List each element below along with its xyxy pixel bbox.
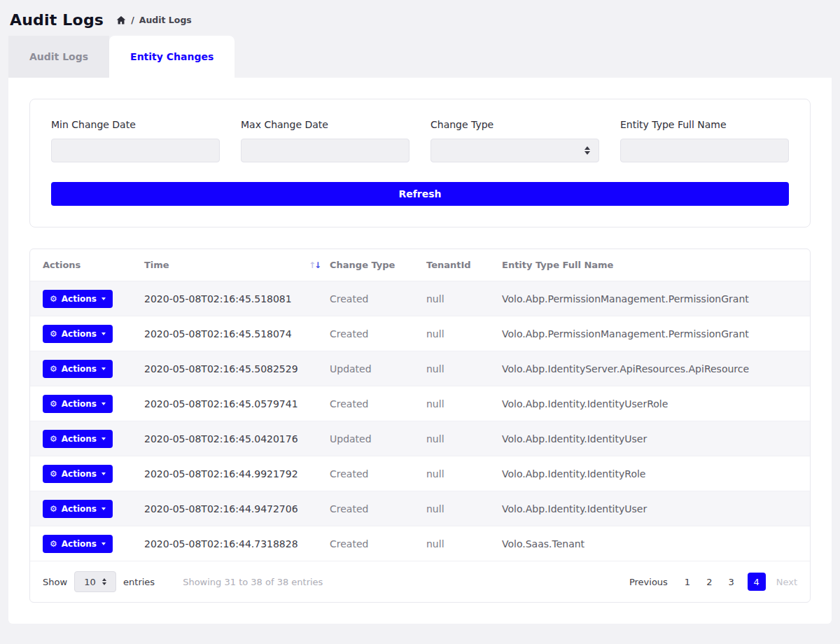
- caret-down-icon: [102, 542, 106, 545]
- cell-change-type: Created: [330, 328, 426, 340]
- row-actions-label: Actions: [62, 434, 97, 444]
- row-actions-label: Actions: [62, 294, 97, 304]
- column-header-time-label: Time: [144, 260, 169, 270]
- pagination-page-4-active[interactable]: 4: [748, 573, 766, 591]
- row-actions-button[interactable]: ⚙Actions: [43, 535, 113, 553]
- cell-change-type: Created: [330, 293, 426, 304]
- sort-icon[interactable]: ↑↓: [309, 260, 320, 270]
- cell-tenant-id: null: [426, 468, 502, 479]
- max-change-date-label: Max Change Date: [241, 119, 410, 130]
- entity-type-full-name-label: Entity Type Full Name: [620, 119, 789, 130]
- caret-down-icon: [102, 368, 106, 370]
- cell-entity-type: Volo.Abp.Identity.IdentityUser: [502, 433, 797, 444]
- pagination: Previous 1 2 3 4 Next: [629, 573, 797, 591]
- max-change-date-input[interactable]: [241, 139, 410, 162]
- caret-down-icon: [102, 507, 106, 510]
- cell-entity-type: Volo.Saas.Tenant: [502, 538, 797, 550]
- caret-down-icon: [102, 298, 106, 300]
- filter-entity-type-full-name: Entity Type Full Name: [620, 119, 789, 162]
- column-header-change-type: Change Type: [330, 260, 426, 270]
- gear-icon: ⚙: [50, 330, 57, 338]
- breadcrumb: / Audit Logs: [116, 15, 192, 25]
- min-change-date-label: Min Change Date: [51, 119, 220, 130]
- refresh-button[interactable]: Refresh: [51, 182, 789, 206]
- tab-audit-logs[interactable]: Audit Logs: [8, 36, 109, 78]
- cell-time: 2020-05-08T02:16:44.7318828: [144, 538, 330, 550]
- cell-change-type: Updated: [330, 363, 426, 374]
- gear-icon: ⚙: [50, 400, 57, 408]
- table-row: ⚙Actions 2020-05-08T02:16:44.9921792 Cre…: [30, 456, 810, 491]
- cell-time: 2020-05-08T02:16:45.0579741: [144, 398, 330, 410]
- min-change-date-input[interactable]: [51, 139, 220, 162]
- cell-tenant-id: null: [426, 293, 502, 304]
- cell-time: 2020-05-08T02:16:45.0420176: [144, 433, 330, 444]
- gear-icon: ⚙: [50, 365, 57, 373]
- cell-time: 2020-05-08T02:16:44.9472706: [144, 503, 330, 514]
- table-row: ⚙Actions 2020-05-08T02:16:44.9472706 Cre…: [30, 491, 810, 526]
- table-row: ⚙Actions 2020-05-08T02:16:45.0579741 Cre…: [30, 386, 810, 421]
- filter-card: Min Change Date Max Change Date Change T…: [29, 99, 811, 227]
- row-actions-button[interactable]: ⚙Actions: [43, 395, 113, 413]
- entries-summary: Showing 31 to 38 of 38 entries: [183, 577, 323, 587]
- show-label: Show: [43, 577, 67, 587]
- content-card: Min Change Date Max Change Date Change T…: [8, 78, 832, 624]
- row-actions-label: Actions: [62, 539, 97, 549]
- cell-time: 2020-05-08T02:16:45.518074: [144, 328, 330, 340]
- caret-down-icon: [102, 332, 106, 335]
- cell-tenant-id: null: [426, 503, 502, 514]
- row-actions-label: Actions: [62, 469, 97, 479]
- row-actions-button[interactable]: ⚙Actions: [43, 360, 113, 378]
- row-actions-label: Actions: [62, 329, 97, 339]
- column-header-tenant-id: TenantId: [426, 260, 502, 270]
- table-row: ⚙Actions 2020-05-08T02:16:45.518074 Crea…: [30, 316, 810, 351]
- breadcrumb-current: Audit Logs: [139, 15, 192, 25]
- table-row: ⚙Actions 2020-05-08T02:16:44.7318828 Cre…: [30, 526, 810, 561]
- pagination-page-3[interactable]: 3: [725, 577, 736, 587]
- row-actions-button[interactable]: ⚙Actions: [43, 290, 113, 308]
- tab-entity-changes[interactable]: Entity Changes: [109, 36, 234, 78]
- page-header: Audit Logs / Audit Logs: [0, 0, 840, 36]
- gear-icon: ⚙: [50, 295, 57, 303]
- column-header-time[interactable]: Time ↑↓: [144, 260, 330, 270]
- filter-change-type: Change Type: [430, 119, 599, 162]
- sort-down-icon: ↓: [314, 260, 320, 270]
- cell-change-type: Created: [330, 398, 426, 410]
- pagination-next[interactable]: Next: [776, 577, 797, 587]
- caret-down-icon: [102, 438, 106, 440]
- sort-up-icon: ↑: [309, 260, 314, 270]
- table-row: ⚙Actions 2020-05-08T02:16:45.5082529 Upd…: [30, 351, 810, 386]
- table-row: ⚙Actions 2020-05-08T02:16:45.0420176 Upd…: [30, 421, 810, 456]
- pagination-page-1[interactable]: 1: [682, 577, 693, 587]
- caret-down-icon: [102, 402, 106, 405]
- cell-change-type: Updated: [330, 433, 426, 444]
- row-actions-button[interactable]: ⚙Actions: [43, 430, 113, 448]
- tab-bar: Audit Logs Entity Changes: [8, 36, 832, 78]
- change-type-select[interactable]: [430, 139, 599, 162]
- select-updown-icon: [584, 146, 590, 155]
- row-actions-label: Actions: [62, 399, 97, 409]
- row-actions-label: Actions: [62, 364, 97, 374]
- row-actions-label: Actions: [62, 504, 97, 514]
- cell-entity-type: Volo.Abp.Identity.IdentityUser: [502, 503, 797, 514]
- select-updown-icon: [102, 578, 106, 585]
- entity-type-full-name-input[interactable]: [620, 139, 789, 162]
- page-size-select[interactable]: 10: [74, 571, 116, 592]
- home-icon[interactable]: [116, 15, 126, 25]
- row-actions-button[interactable]: ⚙Actions: [43, 465, 113, 483]
- cell-tenant-id: null: [426, 538, 502, 550]
- page-size-value: 10: [84, 577, 96, 587]
- pagination-page-2[interactable]: 2: [704, 577, 715, 587]
- cell-entity-type: Volo.Abp.Identity.IdentityUserRole: [502, 398, 797, 410]
- column-header-entity-type: Entity Type Full Name: [502, 260, 797, 270]
- cell-entity-type: Volo.Abp.PermissionManagement.Permission…: [502, 328, 797, 340]
- cell-tenant-id: null: [426, 328, 502, 340]
- pagination-previous[interactable]: Previous: [629, 577, 668, 587]
- column-header-actions: Actions: [43, 260, 144, 270]
- row-actions-button[interactable]: ⚙Actions: [43, 500, 113, 518]
- cell-change-type: Created: [330, 503, 426, 514]
- row-actions-button[interactable]: ⚙Actions: [43, 325, 113, 343]
- filter-grid: Min Change Date Max Change Date Change T…: [51, 119, 789, 162]
- gear-icon: ⚙: [50, 540, 57, 548]
- entity-changes-table: Actions Time ↑↓ Change Type TenantId Ent…: [29, 248, 811, 603]
- page-title: Audit Logs: [10, 11, 104, 29]
